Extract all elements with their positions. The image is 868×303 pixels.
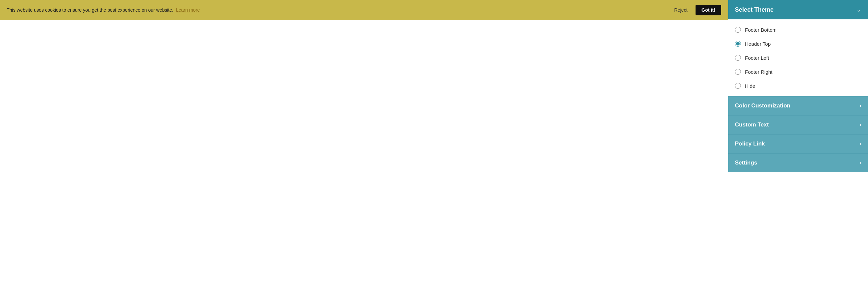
cookie-banner-text: This website uses cookies to ensure you … (7, 7, 666, 13)
select-theme-title: Select Theme (735, 6, 774, 13)
sidebar: Select Theme ⌄ Footer Bottom Header Top … (728, 0, 868, 303)
settings-section[interactable]: Settings › (728, 153, 868, 172)
radio-hide[interactable] (735, 83, 741, 89)
radio-option-hide[interactable]: Hide (728, 79, 868, 93)
custom-text-chevron-icon: › (860, 122, 861, 128)
color-customization-chevron-icon: › (860, 103, 861, 109)
radio-footer-bottom[interactable] (735, 27, 741, 33)
custom-text-label: Custom Text (735, 121, 769, 128)
radio-footer-right[interactable] (735, 69, 741, 75)
radio-footer-right-label: Footer Right (745, 69, 773, 75)
radio-option-footer-left[interactable]: Footer Left (728, 51, 868, 65)
radio-hide-label: Hide (745, 83, 755, 89)
radio-option-footer-right[interactable]: Footer Right (728, 65, 868, 79)
policy-link-section[interactable]: Policy Link › (728, 134, 868, 153)
color-customization-label: Color Customization (735, 102, 790, 109)
main-area: This website uses cookies to ensure you … (0, 0, 728, 303)
radio-option-header-top[interactable]: Header Top (728, 37, 868, 51)
radio-footer-left[interactable] (735, 55, 741, 61)
cookie-banner-message: This website uses cookies to ensure you … (7, 7, 174, 13)
chevron-down-icon: ⌄ (856, 6, 861, 13)
cookie-banner: This website uses cookies to ensure you … (0, 0, 728, 20)
custom-text-section[interactable]: Custom Text › (728, 115, 868, 134)
radio-footer-left-label: Footer Left (745, 55, 769, 61)
radio-footer-bottom-label: Footer Bottom (745, 27, 777, 33)
settings-chevron-icon: › (860, 160, 861, 166)
policy-link-chevron-icon: › (860, 141, 861, 147)
radio-options-container: Footer Bottom Header Top Footer Left Foo… (728, 19, 868, 96)
accept-button[interactable]: Got it! (695, 5, 721, 16)
select-theme-header[interactable]: Select Theme ⌄ (728, 0, 868, 19)
radio-header-top-label: Header Top (745, 41, 771, 47)
radio-header-top[interactable] (735, 41, 741, 47)
learn-more-link[interactable]: Learn more (176, 7, 200, 13)
main-content (0, 20, 728, 303)
policy-link-label: Policy Link (735, 141, 765, 147)
settings-label: Settings (735, 159, 757, 166)
reject-button[interactable]: Reject (670, 5, 691, 15)
radio-option-footer-bottom[interactable]: Footer Bottom (728, 23, 868, 37)
color-customization-section[interactable]: Color Customization › (728, 96, 868, 115)
